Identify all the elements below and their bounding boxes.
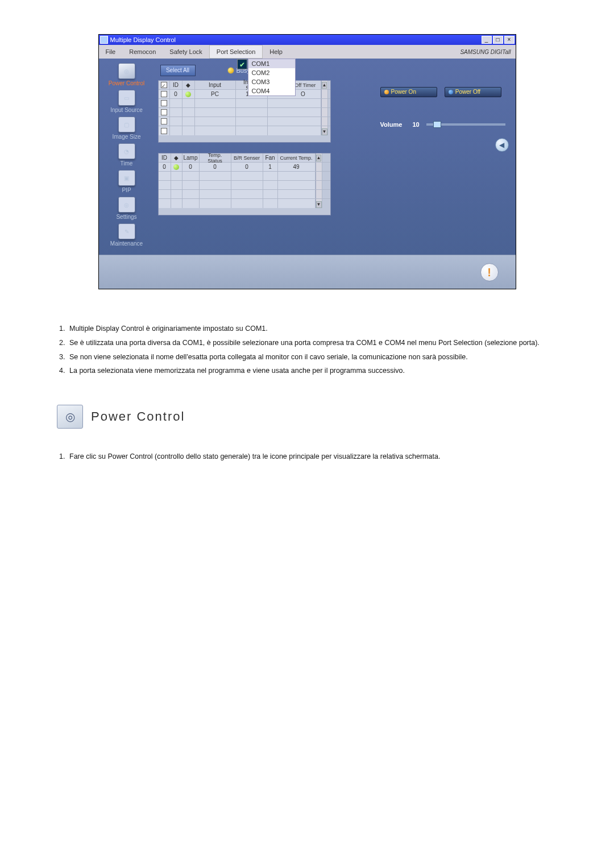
volume-row: Volume 10 — [380, 121, 509, 128]
port-check-icon: ✔ — [237, 59, 247, 69]
busy-led-icon — [227, 67, 234, 74]
sidebar-item-time[interactable]: ◔ Time — [99, 143, 155, 167]
port-item-com1[interactable]: COM1 — [248, 59, 295, 68]
input-source-icon: ▭ — [118, 90, 135, 106]
sidebar-item-settings[interactable]: ◎ Settings — [99, 197, 155, 220]
menu-remocon[interactable]: Remocon — [122, 45, 163, 59]
settings-icon: ◎ — [118, 197, 135, 213]
volume-label: Volume — [380, 121, 403, 128]
grid2-header: ID ◆ Lamp Temp. Status B/R Senser Fan Cu… — [159, 153, 330, 163]
grid1-header: ID ◆ Input Image Size On Timer/Off Timer… — [159, 81, 330, 90]
grid2-row-0[interactable]: 0 0 0 0 1 49 — [159, 163, 330, 172]
status-icon: ◆ — [171, 153, 182, 162]
right-panel: Power On Power Off Volume 10 ◀ — [374, 59, 516, 255]
section-header: ◎ Power Control — [57, 405, 557, 429]
speaker-icon[interactable]: ◀ — [495, 138, 509, 152]
maximize-button[interactable]: □ — [493, 36, 503, 44]
maintenance-icon: ✎ — [118, 223, 135, 239]
power-control-icon: ◎ — [118, 63, 135, 79]
doc-list-2: Fare clic su Power Control (controllo de… — [67, 451, 557, 462]
menu-port-selection[interactable]: Port Selection — [209, 45, 263, 59]
menu-file[interactable]: File — [99, 45, 123, 59]
port-item-com2[interactable]: COM2 — [248, 68, 295, 77]
pip-icon: ▣ — [118, 170, 135, 186]
sidebar-item-pip[interactable]: ▣ PIP — [99, 170, 155, 193]
menu-safety-lock[interactable]: Safety Lock — [163, 45, 209, 59]
volume-value: 10 — [412, 121, 419, 128]
status-dot-icon — [185, 92, 191, 97]
sidebar-item-power-control[interactable]: ◎ Power Control — [99, 63, 155, 86]
header-checkbox[interactable] — [161, 82, 167, 88]
sensor-grid: ID ◆ Lamp Temp. Status B/R Senser Fan Cu… — [158, 153, 331, 215]
image-size-icon: ▢ — [118, 117, 135, 132]
port-dropdown[interactable]: ✔ COM1 COM2 COM3 COM4 — [248, 59, 296, 96]
menu-help[interactable]: Help — [263, 45, 289, 59]
row-checkbox[interactable] — [161, 91, 167, 97]
doc-list-1: Multiple Display Control è originariamen… — [67, 323, 557, 376]
brand-label: SAMSUNG DIGITall — [460, 49, 511, 55]
power-on-led-icon — [384, 90, 389, 94]
status-icon: ◆ — [182, 81, 195, 89]
power-control-section-icon: ◎ — [57, 405, 83, 429]
list-item: Multiple Display Control è originariamen… — [67, 323, 557, 334]
app-window: Multiple Display Control _ □ × File Remo… — [98, 34, 516, 289]
status-dot-icon — [173, 164, 179, 170]
sidebar-item-input-source[interactable]: ▭ Input Source — [99, 90, 155, 113]
scrollbar[interactable]: ▲ — [316, 153, 322, 162]
time-icon: ◔ — [118, 143, 135, 159]
volume-slider[interactable] — [426, 123, 505, 126]
warning-icon: ! — [480, 263, 499, 281]
app-title: Multiple Display Control — [110, 36, 480, 43]
app-body: ◎ Power Control ▭ Input Source ▢ Image S… — [99, 59, 516, 255]
list-item: Fare clic su Power Control (controllo de… — [67, 451, 557, 462]
sidebar: ◎ Power Control ▭ Input Source ▢ Image S… — [99, 59, 155, 255]
title-bar: Multiple Display Control _ □ × — [99, 35, 516, 45]
grid1-row-0[interactable]: 0 PC 16:9 OO — [159, 90, 330, 99]
close-button[interactable]: × — [504, 36, 515, 44]
list-item: La porta selezionata viene memorizzata n… — [67, 366, 557, 376]
list-item: Se non viene selezionata il nome dell'es… — [67, 352, 557, 363]
power-on-button[interactable]: Power On — [380, 87, 437, 97]
app-icon — [100, 36, 108, 44]
sidebar-item-maintenance[interactable]: ✎ Maintenance — [99, 223, 155, 247]
minimize-button[interactable]: _ — [482, 36, 492, 44]
volume-slider-thumb[interactable] — [433, 121, 441, 128]
section-title: Power Control — [91, 409, 185, 424]
power-off-button[interactable]: Power Off — [445, 87, 501, 97]
status-footer: ! — [99, 255, 516, 289]
sidebar-item-image-size[interactable]: ▢ Image Size — [99, 117, 155, 140]
port-item-com4[interactable]: COM4 — [248, 86, 295, 95]
scrollbar[interactable]: ▲ — [321, 81, 328, 89]
power-off-led-icon — [449, 90, 453, 94]
select-all-button[interactable]: Select All — [160, 65, 196, 76]
menu-bar: File Remocon Safety Lock Port Selection … — [99, 45, 516, 59]
list-item: Se è utilizzata una porta diversa da COM… — [67, 338, 557, 348]
display-grid: ID ◆ Input Image Size On Timer/Off Timer… — [158, 80, 331, 143]
port-item-com3[interactable]: COM3 — [248, 77, 295, 86]
